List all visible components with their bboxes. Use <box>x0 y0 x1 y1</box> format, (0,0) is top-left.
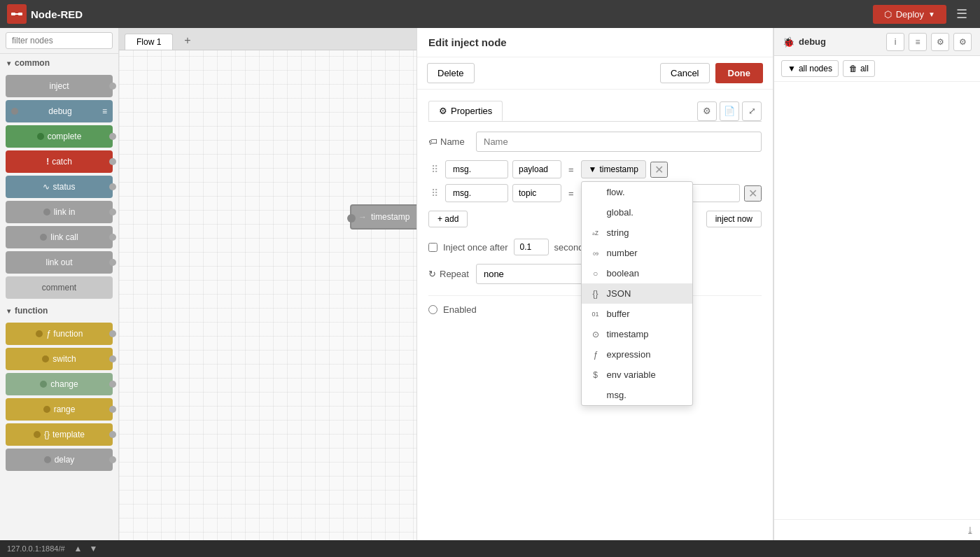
tab-properties[interactable]: ⚙ Properties <box>428 101 503 121</box>
sidebar-item-catch[interactable]: ! catch <box>6 150 113 173</box>
enabled-radio[interactable] <box>428 305 438 314</box>
node-label: complete <box>48 132 82 141</box>
topbar-right: ⬡ Deploy ▼ ☰ <box>873 3 973 24</box>
msg-prop-input-1[interactable] <box>512 160 561 178</box>
msg-prefix-2: msg. <box>453 188 471 198</box>
tab-icons: ⚙ 📄 ⤢ <box>697 101 762 121</box>
sidebar-item-debug[interactable]: debug ≡ <box>6 100 113 122</box>
flow-node-label: timestamp <box>371 212 410 222</box>
dropdown-item-expression[interactable]: ƒ expression <box>582 344 692 365</box>
settings-icon[interactable]: ⚙ <box>697 101 717 121</box>
settings-icon[interactable]: ⚙ <box>953 33 972 51</box>
inject-once-value[interactable] <box>514 239 549 255</box>
msg-type-button-1[interactable]: msg. <box>445 160 508 178</box>
statusbar: 127.0.0.1:1884/# ▲ ▼ <box>0 540 980 557</box>
node-label: inject <box>49 81 69 91</box>
sidebar-item-link-out[interactable]: link out <box>6 251 113 274</box>
flow-canvas[interactable]: Flow 1 + → timestamp gen <box>119 28 416 540</box>
node-label: delay <box>55 455 75 465</box>
port-left <box>11 108 18 115</box>
dropdown-item-timestamp[interactable]: ⊙ timestamp <box>582 324 692 344</box>
nav-back-button[interactable]: ▲ <box>72 544 85 554</box>
svg-rect-0 <box>11 13 15 15</box>
list-icon[interactable]: ≡ <box>909 33 927 51</box>
dropdown-item-number[interactable]: ₀₉ number <box>582 243 692 263</box>
edit-tabs: ⚙ Properties ⚙ 📄 ⤢ <box>428 101 762 122</box>
dropdown-item-json[interactable]: {} JSON <box>582 283 692 304</box>
sidebar-group-function[interactable]: ▾ function <box>0 302 118 320</box>
string-icon: ₐz <box>590 229 601 237</box>
filter-icon: ▼ <box>788 64 796 73</box>
sidebar-item-inject[interactable]: inject <box>6 75 113 97</box>
msg-prop-input-2[interactable] <box>512 184 561 202</box>
flow-tab-1[interactable]: Flow 1 <box>125 34 173 50</box>
dropdown-item-msg[interactable]: msg. <box>582 385 692 405</box>
sidebar-search-area <box>0 28 118 54</box>
dropdown-item-flow[interactable]: flow. <box>582 182 692 202</box>
node-label: catch <box>52 157 72 167</box>
sidebar-item-function[interactable]: ƒ function <box>6 323 113 345</box>
port-right <box>109 330 116 337</box>
dropdown-item-env-variable[interactable]: $ env variable <box>582 365 692 385</box>
deploy-button[interactable]: ⬡ Deploy ▼ <box>873 5 946 24</box>
node-label: link out <box>46 258 72 267</box>
topbar-left: Node-RED <box>7 4 83 24</box>
dropdown-item-boolean[interactable]: ○ boolean <box>582 263 692 283</box>
name-input[interactable] <box>476 132 762 152</box>
bug-settings-icon[interactable]: ⚙ <box>931 33 949 51</box>
sidebar-item-delay[interactable]: delay <box>6 449 113 471</box>
sidebar-item-change[interactable]: change <box>6 373 113 395</box>
delete-button[interactable]: Delete <box>427 63 475 83</box>
sidebar-item-template[interactable]: {} template <box>6 423 113 446</box>
node-port-in <box>347 214 356 223</box>
sidebar-item-status[interactable]: ∿ status <box>6 176 113 198</box>
nav-forward-button[interactable]: ▼ <box>87 544 99 554</box>
add-flow-tab-button[interactable]: + <box>176 31 199 50</box>
exclaim-icon: ! <box>46 157 49 167</box>
add-row-button[interactable]: + add <box>428 211 468 227</box>
row-delete-button-2[interactable]: ✕ <box>744 185 762 202</box>
sidebar-item-link-call[interactable]: link call <box>6 226 113 248</box>
done-button[interactable]: Done <box>715 63 764 83</box>
scroll-bottom-icon[interactable]: ⤓ <box>966 525 974 536</box>
cancel-button[interactable]: Cancel <box>660 63 709 83</box>
value-type-button-1[interactable]: ▼ timestamp <box>581 160 646 178</box>
description-icon[interactable]: 📄 <box>720 101 739 121</box>
expand-icon[interactable]: ⤢ <box>742 101 762 121</box>
search-input[interactable] <box>6 32 113 49</box>
statusbar-url: 127.0.0.1:1884/# <box>7 544 65 553</box>
sidebar-group-common[interactable]: ▾ common <box>0 54 118 72</box>
row-delete-button-1[interactable]: ✕ <box>650 162 668 178</box>
dropdown-item-buffer[interactable]: 01 buffer <box>582 304 692 324</box>
inject-once-checkbox[interactable] <box>428 243 438 252</box>
dropdown-item-string[interactable]: ₐz string <box>582 223 692 243</box>
port-left <box>40 234 47 241</box>
filter-dropdown[interactable]: ▼ all nodes <box>781 60 839 77</box>
sidebar-item-comment[interactable]: comment <box>6 276 113 299</box>
clear-button[interactable]: 🗑 all <box>843 60 875 77</box>
info-icon[interactable]: i <box>886 33 904 51</box>
inject-now-button[interactable]: inject now <box>706 211 762 227</box>
main-layout: ▾ common inject debug ≡ complete ! catch <box>0 28 980 540</box>
sidebar-item-switch[interactable]: switch <box>6 348 113 370</box>
hamburger-icon[interactable]: ☰ <box>951 3 973 24</box>
sidebar-item-complete[interactable]: complete <box>6 125 113 148</box>
timestamp-icon: ⊙ <box>590 330 601 339</box>
repeat-select[interactable]: none interval interval between times at … <box>476 264 595 284</box>
svg-rect-1 <box>18 13 22 15</box>
bug-icon: 🐞 <box>783 36 794 48</box>
port-left <box>42 355 49 362</box>
flow-node-timestamp[interactable]: → timestamp <box>350 204 416 230</box>
drag-handle-icon-2[interactable]: ⠿ <box>428 188 441 199</box>
port-right <box>109 83 116 90</box>
drag-handle-icon[interactable]: ⠿ <box>428 164 441 175</box>
dropdown-item-global[interactable]: global. <box>582 202 692 223</box>
eq-sign-1: = <box>566 164 577 175</box>
canvas-body[interactable]: → timestamp gen <box>119 50 416 540</box>
sidebar-item-range[interactable]: range <box>6 398 113 421</box>
sidebar-item-link-in[interactable]: link in <box>6 201 113 223</box>
right-panel-footer: ⤓ <box>774 519 980 540</box>
value-type-label: timestamp <box>599 164 638 174</box>
msg-type-button-2[interactable]: msg. <box>445 184 508 202</box>
template-icon: {} <box>44 430 50 439</box>
